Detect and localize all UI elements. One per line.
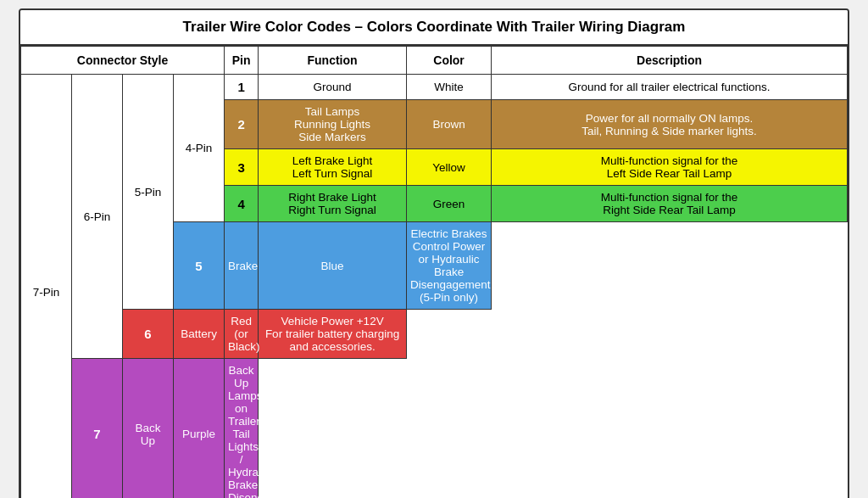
function-cell: Battery xyxy=(174,310,225,359)
description-cell: Multi-function signal for theLeft Side R… xyxy=(492,149,848,186)
color-cell: Blue xyxy=(259,222,407,310)
pin-cell: 3 xyxy=(225,149,259,186)
color-header: Color xyxy=(407,47,492,75)
color-cell: Purple xyxy=(174,359,225,499)
col-7pin: 7-Pin xyxy=(21,75,72,499)
pin-cell: 5 xyxy=(174,222,225,310)
function-header: Function xyxy=(259,47,407,75)
main-title: Trailer Wire Color Codes – Colors Coordi… xyxy=(20,10,848,46)
color-cell: Brown xyxy=(407,100,492,149)
description-cell: Power for all normally ON lamps.Tail, Ru… xyxy=(492,100,848,149)
description-header: Description xyxy=(492,47,848,75)
pin-cell: 1 xyxy=(225,75,259,100)
color-cell: White xyxy=(407,75,492,100)
color-cell: Yellow xyxy=(407,149,492,186)
function-cell: Left Brake LightLeft Turn Signal xyxy=(259,149,407,186)
col-5pin: 5-Pin xyxy=(123,75,174,310)
pin-cell: 6 xyxy=(123,310,174,359)
pin-header: Pin xyxy=(225,47,259,75)
pin-cell: 2 xyxy=(225,100,259,149)
description-cell: Back Up Lamps on Trailer Tail Lights/ Hy… xyxy=(225,359,259,499)
description-cell: Vehicle Power +12VFor trailer battery ch… xyxy=(259,310,407,359)
function-cell: Tail LampsRunning LightsSide Markers xyxy=(259,100,407,149)
description-cell: Ground for all trailer electrical functi… xyxy=(492,75,848,100)
connector-style-header: Connector Style xyxy=(21,47,225,75)
function-cell: Back Up xyxy=(123,359,174,499)
table-wrapper: Trailer Wire Color Codes – Colors Coordi… xyxy=(19,8,849,498)
function-cell: Ground xyxy=(259,75,407,100)
description-cell: Electric Brakes Control Poweror Hydrauli… xyxy=(407,222,492,310)
function-cell: Brake xyxy=(225,222,259,310)
col-6pin: 6-Pin xyxy=(72,75,123,359)
pin-cell: 7 xyxy=(72,359,123,499)
color-cell: Green xyxy=(407,186,492,222)
color-cell: Red(or Black) xyxy=(225,310,259,359)
pin-cell: 4 xyxy=(225,186,259,222)
col-4pin: 4-Pin xyxy=(174,75,225,222)
description-cell: Multi-function signal for theRight Side … xyxy=(492,186,848,222)
function-cell: Right Brake LightRight Turn Signal xyxy=(259,186,407,222)
